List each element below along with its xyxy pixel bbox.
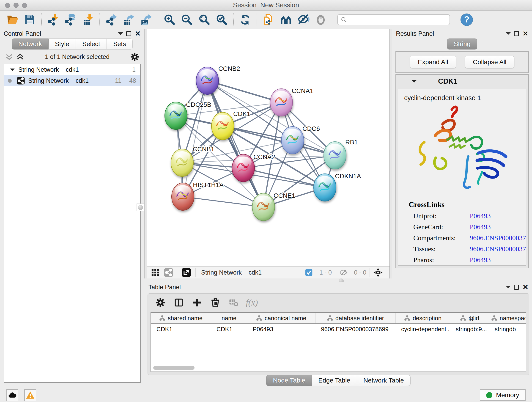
tab-network-table[interactable]: Network Table [357,375,411,386]
cell-shared-name[interactable]: CDK1 [151,324,211,334]
results-close-icon[interactable]: ✕ [523,30,528,37]
table-h-scrollbar[interactable] [153,366,195,370]
export-table-button[interactable] [120,12,138,27]
maximize-window-button[interactable] [22,3,27,8]
memory-button[interactable]: Memory [480,389,526,401]
cell-canonical-name[interactable]: P06493 [247,324,316,334]
panel-close-icon[interactable]: ✕ [135,30,141,37]
column-header-database-identifier[interactable]: database identifier [316,313,396,323]
delete-column-icon[interactable] [209,296,222,309]
cell-database-identifier[interactable]: 9606.ENSP00000378699 [316,324,396,334]
export-image-button[interactable] [138,12,155,27]
left-splitter-handle[interactable] [137,204,144,211]
expand-all-icon[interactable] [16,53,24,61]
search-input[interactable] [350,16,447,23]
network-row[interactable]: String Network – cdk1 11 48 [4,75,140,86]
show-all-button[interactable] [312,12,329,27]
results-menu-icon[interactable] [506,32,511,37]
network-canvas[interactable]: CCNB2CCNA1CDC25BCDK1CDC6RB1CCNB1CCNA2CDK… [147,29,389,266]
cell-description[interactable]: cyclin-dependent ... [396,324,450,334]
zoom-in-button[interactable] [161,12,178,27]
network-thumbnail-icon[interactable] [164,268,174,278]
minimize-window-button[interactable] [13,3,19,8]
horizontal-splitter[interactable] [145,279,532,282]
crosslink-link[interactable]: 9606.ENSP00000378699 [470,234,526,242]
table-float-icon[interactable] [514,285,519,290]
crosslink-link[interactable]: P06493 [470,223,491,231]
cell-name[interactable]: CDK1 [211,324,247,334]
first-neighbors-button[interactable] [277,12,295,27]
node-CCNE1[interactable]: CCNE1 [252,192,295,221]
import-network-file-button[interactable] [44,12,62,27]
tab-style[interactable]: Style [49,38,76,50]
delete-table-icon[interactable] [228,296,240,309]
node-CCNB1[interactable]: CCNB1 [171,146,215,177]
zoom-selected-button[interactable] [213,12,230,27]
collection-caret-icon[interactable] [10,69,15,73]
tab-select[interactable]: Select [76,38,107,50]
selected-checkbox-icon[interactable] [304,268,314,278]
search-box[interactable] [337,14,450,25]
import-network-database-button[interactable] [62,12,79,27]
cloud-status-button[interactable] [6,389,18,401]
table-row[interactable]: CDK1CDK1P064939606.ENSP00000378699cyclin… [151,324,526,334]
zoom-fit-button[interactable] [196,12,213,27]
network-collection-row[interactable]: String Network – cdk1 1 [4,64,140,75]
help-button[interactable]: ? [461,13,473,26]
cell-namespace[interactable]: stringdb [489,324,526,334]
show-columns-icon[interactable] [172,296,185,309]
warnings-button[interactable] [24,389,36,401]
collapse-all-button[interactable]: Collapse All [465,56,514,68]
node-CCNB2[interactable]: CCNB2 [196,65,240,95]
tab-node-table[interactable]: Node Table [266,375,312,386]
column-header-id[interactable]: @id [450,313,489,323]
detach-view-icon[interactable] [181,268,191,278]
panel-menu-icon[interactable] [118,32,123,37]
save-session-button[interactable] [21,12,38,27]
clone-network-button[interactable] [260,12,277,27]
hidden-eye-icon[interactable] [338,268,348,278]
node-CCNA1[interactable]: CCNA1 [270,87,313,116]
function-builder-icon[interactable]: f(x) [246,298,258,307]
panel-float-icon[interactable] [126,31,131,36]
column-header-name[interactable]: name [211,313,247,323]
cell-id[interactable]: stringdb:9... [450,324,489,334]
table-menu-icon[interactable] [506,286,511,291]
column-header-description[interactable]: description [396,313,450,323]
table-close-icon[interactable]: ✕ [523,284,528,291]
import-table-button[interactable] [79,12,97,27]
hide-selected-button[interactable] [295,12,312,27]
expand-all-button[interactable]: Expand All [410,56,456,68]
column-header-namespace[interactable]: namespace [489,313,526,323]
collapse-all-icon[interactable] [5,53,13,61]
export-network-button[interactable] [103,12,120,27]
close-window-button[interactable] [5,3,10,8]
open-file-button[interactable] [4,12,21,27]
right-splitter[interactable] [389,29,392,279]
zoom-out-button[interactable] [178,12,196,27]
table-settings-gear-icon[interactable] [154,296,167,309]
toolbar-separator [257,13,257,26]
column-header-canonical-name[interactable]: canonical name [247,313,316,323]
crosslink-link[interactable]: P06493 [470,256,491,264]
results-float-icon[interactable] [514,31,519,36]
node-HIST1H1A[interactable]: HIST1H1A [172,181,224,211]
left-splitter[interactable] [144,29,147,279]
node-RB1[interactable]: RB1 [324,139,358,169]
grid-view-icon[interactable] [150,268,160,278]
tab-sets[interactable]: Sets [107,38,133,50]
network-options-gear-icon[interactable] [130,52,139,61]
add-column-icon[interactable] [191,296,203,309]
crosslink-link[interactable]: 9606.ENSP00000378699 [470,245,526,253]
tab-string[interactable]: String [447,38,477,50]
birds-eye-crosshair-icon[interactable] [373,268,383,278]
crosslink-link[interactable]: P06493 [470,212,491,220]
tab-network[interactable]: Network [12,38,49,50]
node-card-caret-icon[interactable] [412,80,417,85]
node-CDKN1A[interactable]: CDKN1A [314,172,361,201]
tab-edge-table[interactable]: Edge Table [312,375,357,386]
column-header-shared-name[interactable]: shared name [151,313,211,323]
edge-CCNB2-HIST1H1A[interactable] [183,81,207,197]
refresh-view-button[interactable] [236,12,254,27]
edge-HIST1H1A-CCNE1[interactable] [183,197,264,207]
